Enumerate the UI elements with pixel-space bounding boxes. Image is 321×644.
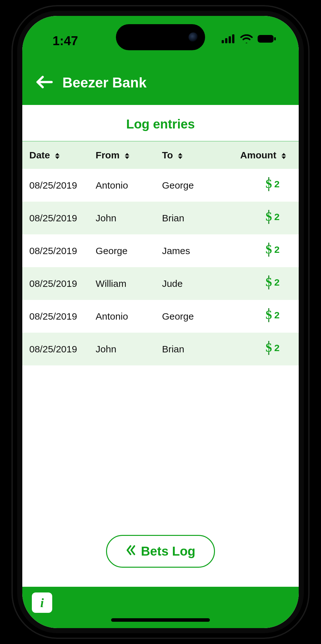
table-row[interactable]: 08/25/2019JohnBrian$2	[22, 333, 299, 365]
svg-rect-5	[274, 37, 276, 40]
svg-rect-4	[258, 35, 274, 43]
table-row[interactable]: 08/25/2019JohnBrian$2	[22, 202, 299, 234]
app-header: Beezer Bank	[22, 60, 299, 105]
table-row[interactable]: 08/25/2019AntonioGeorge$2	[22, 169, 299, 202]
cell-date: 08/25/2019	[22, 267, 89, 300]
svg-rect-0	[222, 40, 224, 43]
cell-date: 08/25/2019	[22, 300, 89, 333]
dollar-icon: $	[265, 341, 273, 355]
section-title: Log entries	[126, 117, 195, 131]
cell-date: 08/25/2019	[22, 202, 89, 234]
frame-notch	[64, 1, 80, 4]
wifi-icon	[240, 34, 253, 43]
log-table: Date From To	[22, 142, 299, 365]
screen: 1:47	[22, 16, 299, 628]
table-header-row: Date From To	[22, 142, 299, 169]
cell-amount: $2	[216, 300, 299, 333]
column-label: To	[162, 150, 173, 160]
dollar-icon: $	[265, 308, 273, 322]
svg-rect-3	[232, 34, 234, 43]
cell-amount: $2	[216, 267, 299, 300]
table-row[interactable]: 08/25/2019AntonioGeorge$2	[22, 300, 299, 333]
info-icon: i	[40, 595, 44, 610]
cell-date: 08/25/2019	[22, 333, 89, 365]
back-button[interactable]	[35, 75, 53, 90]
cell-to: Jude	[155, 267, 216, 300]
column-label: Date	[29, 150, 50, 160]
cell-from: Antonio	[89, 169, 155, 202]
cell-amount: $2	[216, 333, 299, 365]
dollar-icon: $	[265, 177, 273, 191]
cell-to: George	[155, 169, 216, 202]
volume-down-button	[7, 240, 11, 285]
table-row[interactable]: 08/25/2019GeorgeJames$2	[22, 234, 299, 267]
amount-value: 2	[274, 310, 280, 321]
sort-icon	[55, 153, 60, 159]
cell-from: John	[89, 202, 155, 234]
frame-notch	[241, 1, 257, 4]
amount-value: 2	[274, 277, 280, 288]
home-indicator	[111, 618, 210, 622]
cell-from: William	[89, 267, 155, 300]
frame-notch	[64, 640, 80, 643]
cellular-icon	[222, 34, 236, 43]
section-title-bar: Log entries	[22, 105, 299, 142]
column-header-amount[interactable]: Amount	[216, 142, 299, 169]
amount-value: 2	[274, 343, 280, 353]
cell-amount: $2	[216, 202, 299, 234]
bottom-bar: i	[22, 587, 299, 628]
battery-icon	[257, 34, 276, 43]
dollar-icon: $	[265, 210, 273, 224]
column-header-to[interactable]: To	[155, 142, 216, 169]
cell-from: Antonio	[89, 300, 155, 333]
chevron-double-left-icon	[125, 544, 136, 558]
column-label: From	[96, 150, 119, 160]
dollar-icon: $	[265, 243, 273, 257]
sort-icon	[125, 153, 129, 159]
info-button[interactable]: i	[32, 592, 52, 613]
cell-from: John	[89, 333, 155, 365]
status-icons	[222, 34, 276, 43]
svg-rect-2	[229, 36, 231, 43]
cell-from: George	[89, 234, 155, 267]
cell-to: Brian	[155, 333, 216, 365]
column-header-date[interactable]: Date	[22, 142, 89, 169]
footer-button-area: Bets Log	[22, 522, 299, 587]
cell-date: 08/25/2019	[22, 169, 89, 202]
arrow-left-icon	[35, 75, 53, 89]
status-time: 1:47	[53, 34, 78, 48]
svg-rect-1	[225, 38, 227, 43]
dynamic-island	[116, 24, 205, 50]
phone-frame: 1:47	[13, 6, 308, 638]
column-header-from[interactable]: From	[89, 142, 155, 169]
table-row[interactable]: 08/25/2019WilliamJude$2	[22, 267, 299, 300]
log-table-container: Date From To	[22, 142, 299, 522]
cell-date: 08/25/2019	[22, 234, 89, 267]
amount-value: 2	[274, 244, 280, 255]
app-title: Beezer Bank	[62, 75, 146, 91]
sort-icon	[178, 153, 182, 159]
cell-to: James	[155, 234, 216, 267]
dollar-icon: $	[265, 275, 273, 289]
power-button	[310, 197, 314, 267]
sort-icon	[282, 153, 286, 159]
bets-log-label: Bets Log	[141, 544, 195, 558]
amount-value: 2	[274, 211, 280, 222]
frame-notch	[241, 640, 257, 643]
amount-value: 2	[274, 179, 280, 190]
phone-bezel: 1:47	[17, 11, 304, 633]
column-label: Amount	[240, 150, 276, 160]
cell-to: Brian	[155, 202, 216, 234]
cell-to: George	[155, 300, 216, 333]
cell-amount: $2	[216, 169, 299, 202]
bets-log-button[interactable]: Bets Log	[106, 535, 215, 568]
volume-up-button	[7, 183, 11, 227]
volume-silent-switch	[7, 142, 11, 164]
cell-amount: $2	[216, 234, 299, 267]
